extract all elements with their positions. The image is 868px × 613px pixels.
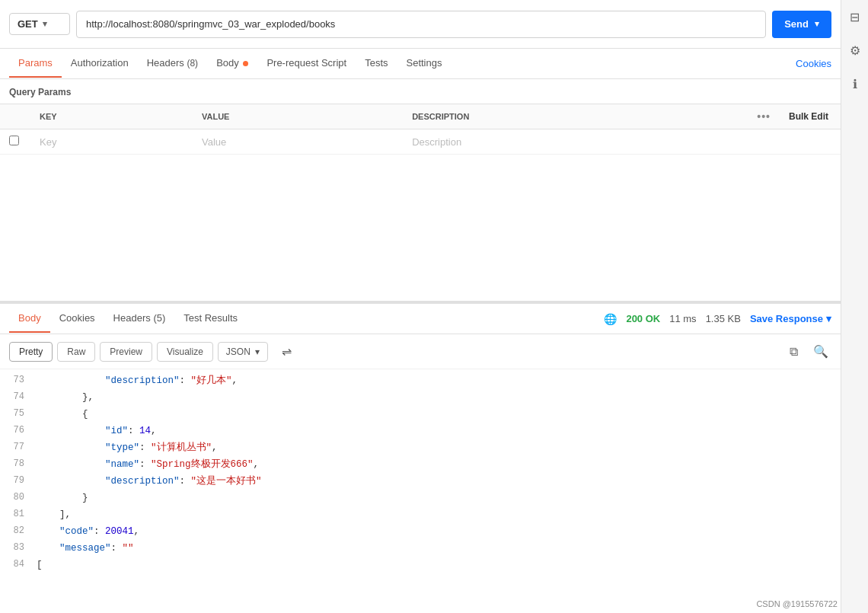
value-cell[interactable]: Value — [193, 129, 403, 155]
send-chevron-icon: ▾ — [815, 19, 819, 29]
tab-headers[interactable]: Headers (8) — [138, 49, 207, 78]
sidebar-info-icon[interactable]: ℹ — [844, 73, 866, 94]
query-params-title: Query Params — [9, 87, 831, 97]
method-chevron-icon: ▾ — [43, 19, 47, 29]
params-table: KEY VALUE DESCRIPTION ••• Bulk Edit — [0, 104, 841, 155]
response-tab-cookies[interactable]: Cookies — [50, 305, 104, 333]
response-tab-headers[interactable]: Headers (5) — [104, 305, 175, 333]
method-label: GET — [18, 18, 38, 30]
response-headers-badge: (5) — [153, 312, 165, 324]
json-content[interactable]: 73 "description": "好几本", 74 }, 75 { 76 — [0, 369, 841, 613]
method-select[interactable]: GET ▾ — [9, 13, 70, 35]
copy-icon[interactable]: ⧉ — [783, 341, 804, 362]
format-visualize-button[interactable]: Visualize — [157, 342, 213, 362]
response-tab-test-results[interactable]: Test Results — [174, 305, 247, 333]
response-status-area: 🌐 200 OK 11 ms 1.35 KB Save Response ▾ — [604, 313, 831, 325]
toolbar-right: ⧉ 🔍 — [783, 341, 831, 362]
format-raw-button[interactable]: Raw — [57, 342, 95, 362]
body-dot — [243, 61, 248, 66]
tab-tests[interactable]: Tests — [356, 49, 397, 78]
search-icon[interactable]: 🔍 — [810, 341, 831, 362]
tab-prerequest[interactable]: Pre-request Script — [257, 49, 356, 78]
json-line-78: 78 "name": "Spring终极开发666", — [0, 456, 841, 473]
tab-authorization[interactable]: Authorization — [62, 49, 138, 78]
col-value: VALUE — [193, 104, 403, 129]
cookies-link[interactable]: Cookies — [796, 58, 831, 69]
response-size: 1.35 KB — [706, 313, 741, 324]
table-row: Key Value Description — [0, 129, 841, 155]
tab-settings[interactable]: Settings — [397, 49, 452, 78]
watermark: CSDN @1915576722 — [756, 599, 838, 608]
format-preview-button[interactable]: Preview — [100, 342, 152, 362]
json-line-75: 75 { — [0, 406, 841, 423]
sidebar-icon-1[interactable]: ⊟ — [844, 6, 866, 27]
save-response-chevron-icon: ▾ — [826, 313, 831, 324]
request-panel: Query Params KEY VALUE DESCRIPTION ••• B… — [0, 79, 841, 304]
response-time: 11 ms — [669, 313, 696, 324]
empty-area — [0, 155, 841, 246]
status-ok: 200 OK — [626, 313, 660, 324]
response-tab-body[interactable]: Body — [9, 305, 50, 333]
json-select-chevron-icon: ▾ — [255, 346, 260, 357]
tab-params[interactable]: Params — [9, 49, 62, 78]
sidebar-gear-icon[interactable]: ⚙ — [844, 40, 866, 61]
json-line-74: 74 }, — [0, 389, 841, 406]
bulk-edit-button[interactable]: Bulk Edit — [789, 111, 828, 122]
format-pretty-button[interactable]: Pretty — [9, 342, 53, 362]
globe-icon: 🌐 — [604, 313, 617, 325]
json-line-79: 79 "description": "这是一本好书" — [0, 473, 841, 490]
url-input[interactable] — [76, 11, 766, 38]
url-bar: GET ▾ Send ▾ — [0, 0, 841, 49]
response-panel: Body Cookies Headers (5) Test Results 🌐 … — [0, 304, 841, 613]
json-line-83: 83 "message": "" — [0, 540, 841, 557]
json-line-84: 84 [ — [0, 557, 841, 573]
desc-cell[interactable]: Description — [403, 129, 748, 155]
send-button[interactable]: Send ▾ — [772, 11, 831, 38]
json-line-76: 76 "id": 14, — [0, 423, 841, 439]
key-cell[interactable]: Key — [30, 129, 193, 155]
query-params-section: Query Params — [0, 79, 841, 97]
json-line-81: 81 ], — [0, 506, 841, 523]
request-tabs-bar: Params Authorization Headers (8) Body Pr… — [0, 49, 841, 79]
tab-body[interactable]: Body — [207, 49, 257, 78]
save-response-button[interactable]: Save Response ▾ — [750, 313, 831, 324]
filter-icon-button[interactable]: ⇌ — [273, 340, 301, 362]
col-key: KEY — [30, 104, 193, 129]
format-toolbar: Pretty Raw Preview Visualize JSON ▾ ⇌ ⧉ … — [0, 334, 841, 369]
json-format-select[interactable]: JSON ▾ — [218, 342, 268, 362]
right-sidebar: ⊟ ⚙ ℹ — [841, 0, 868, 613]
json-line-73: 73 "description": "好几本", — [0, 372, 841, 389]
col-check — [0, 104, 30, 129]
json-line-80: 80 } — [0, 490, 841, 506]
json-line-77: 77 "type": "计算机丛书", — [0, 439, 841, 456]
more-options-icon[interactable]: ••• — [757, 110, 771, 123]
send-label: Send — [784, 18, 809, 30]
response-tabs-bar: Body Cookies Headers (5) Test Results 🌐 … — [0, 304, 841, 334]
col-description: DESCRIPTION — [403, 104, 748, 129]
json-line-82: 82 "code": 20041, — [0, 523, 841, 540]
headers-badge: (8) — [187, 58, 198, 69]
row-checkbox[interactable] — [0, 129, 30, 155]
